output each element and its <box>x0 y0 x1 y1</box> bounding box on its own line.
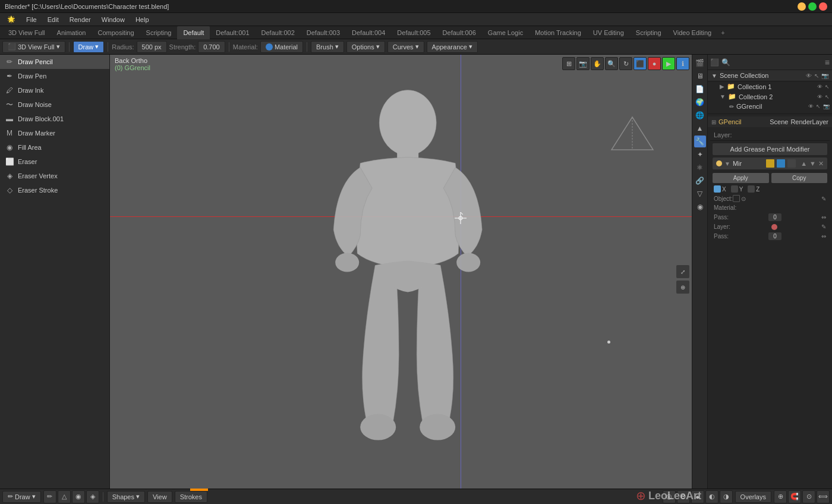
add-modifier-btn[interactable]: Add Grease Pencil Modifier <box>713 143 827 155</box>
scene-icon[interactable]: 🌍 <box>694 96 706 108</box>
mirror-x-icon[interactable]: ✕ <box>818 160 824 168</box>
sculpt-btn[interactable]: △ <box>58 490 71 503</box>
cursor-icon2[interactable]: ↖ <box>825 94 830 100</box>
tool-eraser[interactable]: ⬜ Eraser <box>0 155 109 169</box>
menu-render[interactable]: Render <box>65 15 96 24</box>
tab-add[interactable]: + <box>717 28 728 37</box>
view-layer-icon[interactable]: 📄 <box>694 83 706 95</box>
constraints-icon[interactable]: 🔗 <box>694 175 706 187</box>
vp-active-btn[interactable]: ⬛ <box>634 57 647 70</box>
curves-btn[interactable]: Curves ▾ <box>387 41 424 53</box>
z-checkbox[interactable] <box>748 185 755 193</box>
world-icon[interactable]: 🌐 <box>694 109 706 121</box>
tab-default006[interactable]: Default:006 <box>437 26 482 39</box>
tab-scripting[interactable]: Scripting <box>140 26 178 39</box>
shading-mode2[interactable]: ● <box>691 490 704 503</box>
overlays-toggle[interactable]: ◎ <box>663 490 676 503</box>
eye-icon2[interactable]: 👁 <box>817 94 822 100</box>
object-input[interactable] <box>733 195 740 202</box>
vp-zoom-btn[interactable]: 🔍 <box>605 57 618 70</box>
menu-file[interactable]: File <box>21 15 42 24</box>
tool-draw-ink[interactable]: 🖊 Draw Ink <box>0 83 109 97</box>
minimize-button[interactable] <box>798 2 806 11</box>
mirror-btn-bottom[interactable]: ⟺ <box>817 490 830 503</box>
maximize-button[interactable] <box>808 2 817 11</box>
material-icon[interactable]: ◉ <box>694 201 706 213</box>
gpencil-item[interactable]: ✏ GGrencil 👁 ↖ 📷 <box>708 102 832 111</box>
tab-gamelgic[interactable]: Game Logic <box>482 26 529 39</box>
object-edit-icon[interactable]: ✎ <box>821 196 826 202</box>
view-mode-btn[interactable]: ⬛ 3D View Full ▾ <box>2 41 65 53</box>
draw-btn[interactable]: ✏ <box>43 490 56 503</box>
scene-icon-eye[interactable]: 👁 <box>806 73 812 79</box>
vert-btn[interactable]: ◉ <box>72 490 85 503</box>
y-checkbox[interactable] <box>731 185 738 193</box>
collection2-item[interactable]: ▼ 📁 Collection 2 👁 ↖ <box>708 92 832 102</box>
appearance-btn[interactable]: Appearance ▾ <box>427 41 478 53</box>
tool-draw-noise[interactable]: 〜 Draw Noise <box>0 97 109 112</box>
tab-uvediting[interactable]: UV Editing <box>587 26 630 39</box>
tool-draw-pen[interactable]: ✒ Draw Pen <box>0 69 109 83</box>
vp-hand-btn[interactable]: ✋ <box>591 57 604 70</box>
menu-edit[interactable]: Edit <box>43 15 64 24</box>
scene-icon-render[interactable]: 📷 <box>821 73 828 79</box>
overlays-btn[interactable]: Overlays <box>735 491 771 503</box>
mirror-down-icon[interactable]: ▼ <box>809 160 816 167</box>
eye-icon[interactable]: 👁 <box>817 84 822 90</box>
tool-eraser-vertex[interactable]: ◈ Eraser Vertex <box>0 169 109 183</box>
shading-mode4[interactable]: ◑ <box>720 490 733 503</box>
x-checkbox-item[interactable]: X <box>714 185 726 193</box>
brush-btn[interactable]: Brush ▾ <box>311 41 344 53</box>
pass-extend-icon[interactable]: ⇔ <box>821 214 826 220</box>
tab-videoediting[interactable]: Video Editing <box>667 26 718 39</box>
apply-btn[interactable]: Apply <box>713 173 769 183</box>
vp-rotate-btn[interactable]: ↻ <box>619 57 632 70</box>
tab-default004[interactable]: Default:004 <box>346 26 391 39</box>
viewport[interactable]: Back Ortho (0) GGrencil ⊞ 📷 ✋ 🔍 ↻ ⬛ ● ▶ … <box>110 55 692 504</box>
weight-btn[interactable]: ◈ <box>86 490 99 503</box>
render-props-icon[interactable]: 🎬 <box>694 57 706 69</box>
vp-play-btn[interactable]: ▶ <box>662 57 675 70</box>
scene-icon-cursor[interactable]: ↖ <box>814 73 819 79</box>
filter-btn[interactable]: ≡ <box>825 58 830 67</box>
tab-scripting2[interactable]: Scripting <box>630 26 667 39</box>
tool-draw-marker[interactable]: M Draw Marker <box>0 126 109 140</box>
side-icon-2[interactable]: ⊕ <box>676 281 689 294</box>
draw-mode-btn[interactable]: Draw ▾ <box>73 41 105 53</box>
eye-icon3[interactable]: 👁 <box>808 103 814 109</box>
vp-grid-btn[interactable]: ⊞ <box>562 57 575 70</box>
z-checkbox-item[interactable]: Z <box>748 185 759 193</box>
options-btn[interactable]: Options ▾ <box>346 41 385 53</box>
radius-value[interactable]: 500 px <box>137 41 167 53</box>
layer-pass-extend-icon[interactable]: ⇔ <box>821 233 826 240</box>
menu-help[interactable]: Help <box>131 15 154 24</box>
shapes-btn-bottom[interactable]: Shapes ▾ <box>107 491 145 503</box>
tool-fill-area[interactable]: ◉ Fill Area <box>0 140 109 155</box>
tool-eraser-stroke[interactable]: ◇ Eraser Stroke <box>0 183 109 197</box>
nav-widget[interactable] <box>609 114 656 157</box>
view-btn-bottom[interactable]: View <box>147 491 172 503</box>
tab-motiontracking[interactable]: Motion Tracking <box>529 26 587 39</box>
cursor-icon[interactable]: ↖ <box>825 84 830 90</box>
prop-edit-btn[interactable]: ⊙ <box>802 490 815 503</box>
tab-default001[interactable]: Default:001 <box>210 26 255 39</box>
vp-camera-btn[interactable]: 📷 <box>576 57 590 70</box>
tab-default[interactable]: Default <box>177 26 210 39</box>
mirror-up-icon[interactable]: ▲ <box>801 160 807 167</box>
tool-draw-pencil[interactable]: ✏ Draw Pencil <box>0 55 109 69</box>
vp-info-btn[interactable]: ℹ <box>676 57 689 70</box>
material-selector[interactable]: Material <box>260 41 303 53</box>
modifier-icon[interactable]: 🔧 <box>694 136 706 147</box>
tab-default003[interactable]: Default:003 <box>301 26 346 39</box>
particle-icon[interactable]: ✦ <box>694 149 706 160</box>
tab-compositing[interactable]: Compositing <box>92 26 140 39</box>
mode-selector[interactable]: ✏ Draw ▾ <box>2 491 41 503</box>
render-icon[interactable]: 📷 <box>823 103 830 109</box>
x-checkbox[interactable] <box>714 185 721 193</box>
collection1-item[interactable]: ▶ 📁 Collection 1 👁 ↖ <box>708 81 832 92</box>
gizmo-btn[interactable]: ⊕ <box>774 490 787 503</box>
menu-window[interactable]: Window <box>97 15 130 24</box>
data-icon[interactable]: ▽ <box>694 188 706 200</box>
shading-mode3[interactable]: ◐ <box>705 490 718 503</box>
tab-3dviewfull[interactable]: 3D View Full <box>2 26 51 39</box>
